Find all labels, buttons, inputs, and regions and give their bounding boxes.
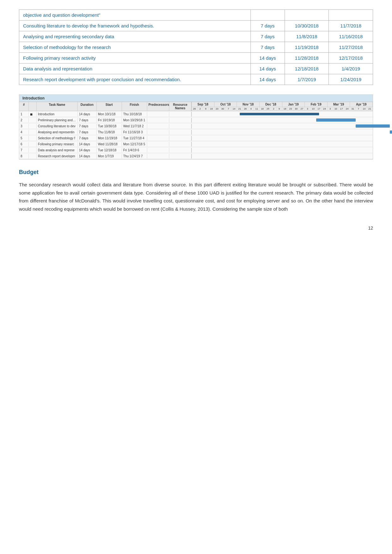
gantt-cell-res	[169, 112, 191, 117]
gantt-week-label: 4	[248, 107, 254, 111]
gantt-week-label: 2	[197, 107, 203, 111]
gantt-bar	[356, 124, 389, 128]
gantt-cell-flag	[29, 130, 37, 135]
gantt-cell-res	[169, 124, 191, 129]
gantt-cell-num: 3	[19, 124, 29, 129]
gantt-cell-pred	[147, 148, 169, 153]
gantt-week-label: 30	[220, 107, 226, 111]
gantt-cell-flag	[29, 154, 37, 159]
gantt-cell-res	[169, 130, 191, 135]
schedule-row: Consulting literature to develop the fra…	[19, 21, 373, 31]
gantt-timeline-cell	[192, 129, 373, 135]
schedule-start: 11/28/2018	[285, 53, 329, 63]
schedule-finish: 12/17/2018	[329, 53, 373, 63]
page-number: 12	[19, 226, 373, 231]
gantt-cell-flag	[29, 136, 37, 141]
gantt-week-label: 17	[316, 107, 322, 111]
gantt-row: 5Selection of methodology f7 daysMon 11/…	[19, 135, 373, 141]
gantt-cell-start: Mon 1/7/19	[97, 154, 122, 159]
schedule-row: Data analysis and representation14 days1…	[19, 63, 373, 74]
col-header-start: Start	[97, 102, 122, 111]
schedule-start: 10/30/2018	[285, 21, 329, 31]
gantt-week-label: 26	[192, 107, 197, 111]
gantt-cell-duration: 14 days	[78, 112, 97, 117]
gantt-cell-pred	[147, 136, 169, 141]
schedule-duration	[250, 10, 285, 21]
gantt-week-label: 14	[361, 107, 367, 111]
schedule-duration: 14 days	[250, 63, 285, 74]
schedule-finish: 11/27/2018	[329, 42, 373, 53]
gantt-timeline-header: Sep '18Oct '18Nov '18Dec '18Jan '19Feb '…	[192, 102, 373, 111]
schedule-row: Following primary research activity14 da…	[19, 53, 373, 63]
gantt-cell-num: 6	[19, 142, 29, 147]
gantt-timeline-cell	[192, 153, 373, 159]
gantt-cell-pred	[147, 118, 169, 123]
gantt-week-label: 10	[311, 107, 316, 111]
col-header-num: #	[19, 102, 29, 111]
gantt-row: 6Following primary researc14 daysWed 11/…	[19, 141, 373, 147]
gantt-cell-duration: 14 days	[78, 154, 97, 159]
gantt-cell-task: Introduction	[37, 112, 78, 117]
gantt-bar	[316, 118, 356, 122]
gantt-week-label: 3	[328, 107, 333, 111]
gantt-cell-task: Following primary researc	[37, 142, 78, 147]
gantt-cell-res	[169, 154, 191, 159]
schedule-finish: 11/16/2018	[329, 31, 373, 42]
gantt-month-label: Jan '19	[282, 102, 305, 107]
gantt-cell-task: Research report developm	[37, 154, 78, 159]
gantt-month-label: Apr '19	[350, 102, 373, 107]
gantt-week-label: 28	[243, 107, 248, 111]
gantt-week-label: 27	[299, 107, 305, 111]
gantt-cell-task: Analysing and representin	[37, 130, 78, 135]
gantt-cell-start: Tue 12/18/18	[97, 148, 122, 153]
gantt-row: 3Consulting literature to dev7 daysTue 1…	[19, 123, 373, 129]
gantt-month-label: Sep '18	[192, 102, 214, 107]
gantt-week-label: 11	[254, 107, 260, 111]
schedule-row: Selection of methodology for the researc…	[19, 42, 373, 53]
budget-heading: Budget	[19, 169, 373, 176]
gantt-timeline-cell	[192, 117, 373, 123]
gantt-week-label: 7	[226, 107, 231, 111]
gantt-month-label: Feb '19	[305, 102, 328, 107]
budget-section: Budget The secondary research would coll…	[19, 169, 373, 213]
gantt-timeline-cell	[192, 111, 373, 117]
gantt-cell-task: Data analysis and represe	[37, 148, 78, 153]
gantt-cell-start: Thu 11/8/18	[97, 130, 122, 135]
col-header-res: Resource Names	[169, 102, 191, 111]
gantt-row: 8Research report developm14 daysMon 1/7/…	[19, 153, 373, 159]
gantt-cell-duration: 7 days	[78, 136, 97, 141]
gantt-month-label: Oct '18	[214, 102, 237, 107]
gantt-cell-finish: Fri 11/16/18 3	[122, 130, 147, 135]
gantt-week-label: 9	[277, 107, 282, 111]
gantt-bar	[240, 113, 319, 115]
gantt-row: 2Preliminary planning and re7 daysFri 10…	[19, 117, 373, 123]
schedule-start: 12/18/2018	[285, 63, 329, 74]
gantt-cell-start: Mon 10/1/18	[97, 112, 122, 117]
gantt-week-label: 24	[344, 107, 350, 111]
col-header-finish: Finish	[122, 102, 147, 111]
gantt-timeline-cell	[192, 147, 373, 153]
schedule-task: Selection of methodology for the researc…	[19, 42, 251, 53]
schedule-row: objective and question development"	[19, 10, 373, 21]
col-header-pred: Predecessors	[147, 102, 169, 111]
gantt-cell-res	[169, 118, 191, 123]
gantt-cell-pred	[147, 154, 169, 159]
gantt-cell-num: 4	[19, 130, 29, 135]
gantt-cell-duration: 7 days	[78, 118, 97, 123]
gantt-week-label: 25	[265, 107, 271, 111]
gantt-cell-flag	[29, 118, 37, 123]
gantt-week-label: 7	[356, 107, 361, 111]
schedule-finish	[329, 10, 373, 21]
gantt-week-label: 14	[231, 107, 237, 111]
budget-text: The secondary research would collect dat…	[19, 181, 373, 213]
gantt-row: 7Data analysis and represe14 daysTue 12/…	[19, 147, 373, 153]
gantt-week-label: 9	[203, 107, 209, 111]
gantt-cell-start: Tue 10/30/18	[97, 124, 122, 129]
gantt-timeline-cell	[192, 123, 373, 129]
gantt-week-label: 23	[288, 107, 293, 111]
gantt-bar	[390, 130, 392, 134]
gantt-body: 1◼Introduction14 daysMon 10/1/18Thu 10/1…	[19, 111, 373, 159]
gantt-cell-start: Fri 10/19/18	[97, 118, 122, 123]
gantt-cell-res	[169, 148, 191, 153]
schedule-duration: 7 days	[250, 31, 285, 42]
